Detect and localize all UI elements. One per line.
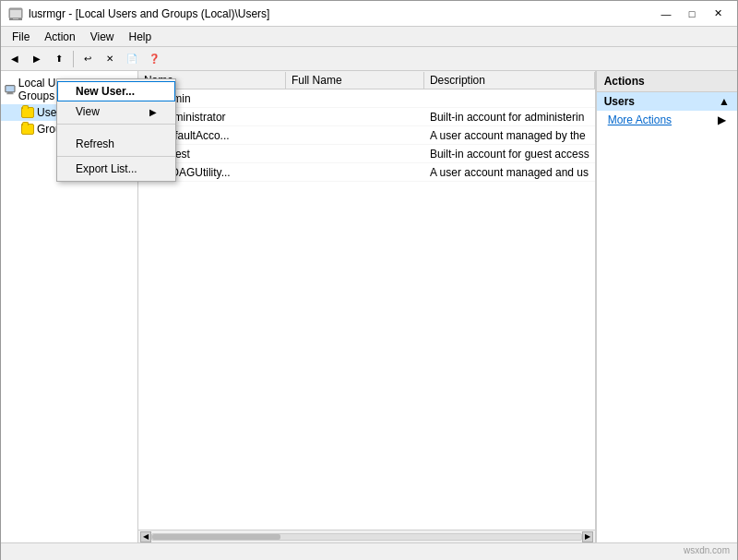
- scrollbar-track[interactable]: [151, 533, 582, 541]
- submenu-arrow-view: ▶: [149, 107, 157, 117]
- cell-desc-admin: [424, 98, 595, 100]
- menu-bar: File Action View Help: [1, 27, 737, 47]
- table-row[interactable]: Guest Built-in account for guest access: [138, 145, 595, 163]
- context-menu-separator-1: [57, 124, 175, 125]
- cell-fullname-guest: [286, 153, 424, 155]
- toolbar-forward[interactable]: ▶: [27, 49, 47, 69]
- cell-desc-administrator: Built-in account for administerin: [424, 110, 595, 125]
- more-actions-label: More Actions: [608, 113, 672, 126]
- close-button[interactable]: ✕: [706, 5, 730, 23]
- window-controls: — □ ✕: [654, 5, 730, 23]
- context-menu-refresh[interactable]: [57, 126, 175, 134]
- cell-fullname-admin: [286, 98, 424, 100]
- svg-rect-4: [12, 19, 19, 20]
- maximize-button[interactable]: □: [680, 5, 704, 23]
- context-menu-export[interactable]: Refresh: [57, 134, 175, 154]
- window-icon: [8, 6, 23, 21]
- context-menu-view[interactable]: View ▶: [57, 101, 175, 122]
- title-bar: lusrmgr - [Local Users and Groups (Local…: [1, 1, 737, 27]
- cell-fullname-administrator: [286, 116, 424, 118]
- toolbar-up[interactable]: ⬆: [49, 49, 69, 69]
- context-menu-new-user[interactable]: New User...: [57, 81, 175, 101]
- context-menu-overlay: New User... View ▶ Refresh Export List..…: [56, 78, 176, 182]
- menu-file[interactable]: File: [5, 29, 37, 45]
- svg-rect-1: [10, 10, 21, 18]
- column-description[interactable]: Description: [424, 72, 595, 89]
- cell-fullname-wdagutility: [286, 172, 424, 173]
- actions-more-actions[interactable]: More Actions ▶: [597, 111, 737, 129]
- cell-desc-guest: Built-in account for guest access: [424, 147, 595, 161]
- svg-rect-7: [7, 92, 13, 93]
- context-menu-separator-2: [57, 156, 175, 157]
- actions-panel: Actions Users ▲ More Actions ▶: [596, 71, 737, 542]
- minimize-button[interactable]: —: [654, 5, 678, 23]
- toolbar-help[interactable]: ❓: [144, 49, 164, 69]
- scrollbar-thumb[interactable]: [152, 534, 280, 540]
- table-row[interactable]: WDAGUtility... A user account managed an…: [138, 163, 595, 182]
- menu-view[interactable]: View: [83, 29, 122, 45]
- actions-section-label: Users: [604, 95, 635, 108]
- actions-section-arrow: ▲: [719, 95, 730, 108]
- menu-help[interactable]: Help: [122, 29, 160, 45]
- horizontal-scrollbar[interactable]: ◀ ▶: [138, 530, 595, 542]
- window-title: lusrmgr - [Local Users and Groups (Local…: [29, 7, 269, 20]
- scroll-left-arrow[interactable]: ◀: [140, 531, 151, 542]
- folder-icon: [21, 107, 34, 118]
- list-header: Name Full Name Description: [138, 71, 595, 89]
- toolbar-action1[interactable]: ↩: [77, 49, 98, 69]
- toolbar-action3[interactable]: 📄: [122, 49, 142, 69]
- toolbar-action2[interactable]: ✕: [100, 49, 120, 69]
- toolbar: ◀ ▶ ⬆ ↩ ✕ 📄 ❓: [1, 47, 737, 71]
- actions-section-users[interactable]: Users ▲: [597, 92, 737, 111]
- svg-rect-6: [6, 86, 14, 91]
- cell-desc-defaultaccount: A user account managed by the: [424, 128, 595, 143]
- cell-desc-wdagutility: A user account managed and us: [424, 165, 595, 180]
- toolbar-back[interactable]: ◀: [5, 49, 25, 69]
- menu-action[interactable]: Action: [37, 29, 82, 45]
- context-menu: New User... View ▶ Refresh Export List..…: [56, 78, 176, 182]
- cell-fullname-defaultaccount: [286, 135, 424, 137]
- computer-icon: [5, 82, 16, 97]
- status-bar: [1, 542, 737, 560]
- actions-header: Actions: [597, 71, 737, 92]
- table-row[interactable]: Administrator Built-in account for admin…: [138, 108, 595, 126]
- context-menu-help[interactable]: Export List...: [57, 159, 175, 179]
- more-actions-arrow: ▶: [718, 113, 726, 126]
- svg-rect-8: [6, 93, 13, 94]
- folder-icon-groups: [21, 124, 34, 135]
- scroll-right-arrow[interactable]: ▶: [582, 531, 593, 542]
- table-row[interactable]: DefaultAcco... A user account managed by…: [138, 126, 595, 145]
- list-panel: admin Administrator Built-in account f: [138, 89, 595, 530]
- table-row[interactable]: admin: [138, 89, 595, 108]
- toolbar-separator-1: [73, 51, 74, 67]
- column-fullname[interactable]: Full Name: [286, 72, 424, 89]
- watermark: wsxdn.com: [684, 545, 730, 555]
